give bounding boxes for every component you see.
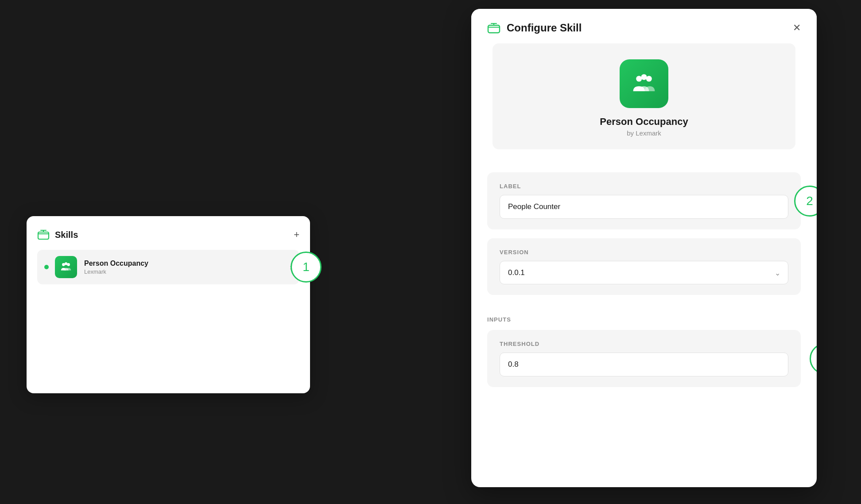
skill-info: Person Occupancy Lexmark	[84, 260, 290, 275]
skills-panel-title: Skills	[55, 230, 78, 240]
step-badge-3: 3	[810, 343, 817, 374]
configure-skill-modal: Configure Skill ✕ Person Occupancy by Le…	[471, 9, 817, 487]
label-input[interactable]	[500, 195, 788, 219]
skill-company: Lexmark	[84, 268, 290, 275]
configure-box-icon	[487, 21, 500, 35]
skills-panel: Skills + Person Occupancy Lexmark › 1	[27, 216, 310, 393]
modal-form: LABEL 2 VERSION 0.0.1 ⌄	[471, 160, 817, 316]
skill-active-dot	[44, 265, 49, 269]
label-section-header: LABEL	[500, 183, 788, 190]
modal-header: Configure Skill ✕	[471, 9, 817, 43]
skill-list-item[interactable]: Person Occupancy Lexmark › 1	[37, 250, 299, 284]
hero-skill-name: Person Occupancy	[600, 116, 688, 128]
svg-point-6	[641, 74, 647, 80]
hero-wrapper: Person Occupancy by Lexmark	[471, 43, 817, 160]
close-modal-button[interactable]: ✕	[793, 23, 801, 33]
step-badge-2: 2	[794, 186, 817, 217]
hero-company: by Lexmark	[627, 129, 661, 137]
box-icon	[37, 229, 50, 241]
threshold-input[interactable]	[500, 353, 788, 376]
hero-icon-box	[620, 59, 668, 108]
svg-point-5	[636, 76, 642, 81]
inputs-section: THRESHOLD 3	[487, 330, 801, 387]
modal-title-group: Configure Skill	[487, 21, 582, 35]
add-skill-button[interactable]: +	[294, 230, 299, 240]
version-section: VERSION 0.0.1 ⌄	[487, 238, 801, 295]
svg-rect-0	[38, 232, 49, 239]
modal-hero: Person Occupancy by Lexmark	[493, 43, 795, 149]
version-select-wrapper: 0.0.1 ⌄	[500, 261, 788, 284]
step-badge-1: 1	[291, 252, 322, 283]
svg-point-2	[65, 262, 68, 265]
threshold-label: THRESHOLD	[500, 341, 788, 347]
skill-name: Person Occupancy	[84, 260, 290, 268]
people-icon-large	[631, 70, 657, 97]
svg-point-3	[67, 263, 70, 266]
modal-title: Configure Skill	[507, 22, 582, 34]
skills-title-group: Skills	[37, 229, 78, 241]
version-section-header: VERSION	[500, 249, 788, 256]
skill-icon-box	[55, 256, 77, 278]
version-select[interactable]: 0.0.1	[500, 261, 788, 284]
skills-header: Skills +	[37, 229, 299, 241]
people-icon-small	[59, 260, 73, 274]
label-section: LABEL 2	[487, 172, 801, 229]
svg-point-1	[62, 263, 65, 266]
inputs-section-label: INPUTS	[471, 316, 817, 323]
svg-rect-4	[488, 25, 500, 33]
svg-point-7	[646, 76, 652, 81]
